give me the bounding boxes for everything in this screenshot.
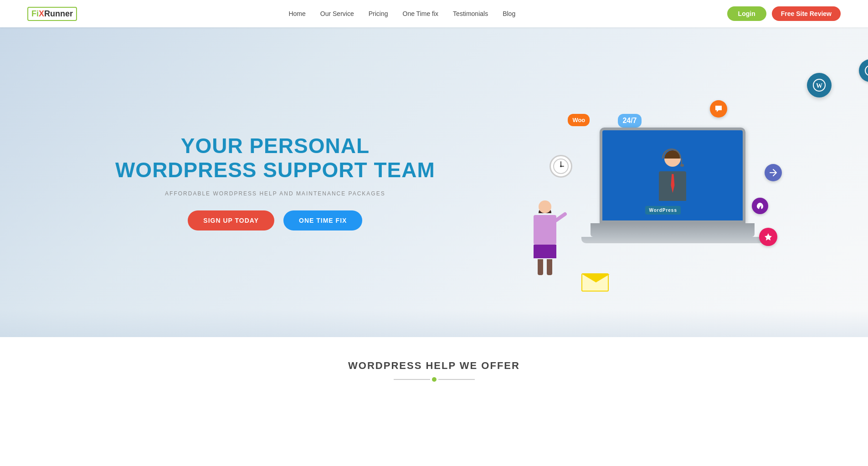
nav-item-testimonials[interactable]: Testimonials [453,10,488,18]
nav-item-home[interactable]: Home [288,10,305,18]
one-time-fix-button[interactable]: ONE TIME FIX [283,210,362,230]
hero-title-line2: WORDPRESS SUPPORT TEAM [115,158,435,182]
bottom-title: WORDPRESS HELP WE OFFER [0,360,868,372]
nav-link-pricing[interactable]: Pricing [369,10,388,17]
nav-item-pricing[interactable]: Pricing [369,10,388,18]
hero-section: YOUR PERSONAL WORDPRESS SUPPORT TEAM AFF… [0,27,868,337]
badge-woo: Woo [568,114,590,126]
leaf-icon [752,198,768,214]
divider-dot [432,377,437,382]
nav-item-one-time-fix[interactable]: One Time fix [403,10,439,18]
nav-link-home[interactable]: Home [288,10,305,17]
laptop: Woo 24/7 [591,128,755,255]
nav-links: Home Our Service Pricing One Time fix Te… [288,10,515,18]
logo[interactable]: FiXRunner [27,7,77,21]
bottom-divider [0,377,868,382]
clock-icon [550,155,572,178]
svg-text:W: W [816,82,822,89]
signup-today-button[interactable]: SIGN UP TODAY [188,210,274,230]
chat-icon [710,100,727,118]
laptop-base [581,237,764,243]
arrow-icon [765,164,782,181]
envelope-icon [581,273,609,292]
nav-link-blog[interactable]: Blog [503,10,515,17]
wordpress-badge: WordPress [645,206,681,215]
wordpress-icon: W [859,59,868,82]
nav-link-our-service[interactable]: Our Service [320,10,354,17]
laptop-keyboard [591,223,755,237]
badge-247: 24/7 [618,114,641,128]
logo-fix: Fi [31,9,39,18]
nav-actions: Login Free Site Review [727,6,841,21]
nav-link-one-time-fix[interactable]: One Time fix [403,10,439,17]
wp-circle-icon: W [807,73,832,97]
bottom-section: WORDPRESS HELP WE OFFER [0,337,868,395]
hero-illustration: W Woo 24/7 [478,46,868,319]
person-standing-illustration [527,200,563,282]
login-button[interactable]: Login [727,6,766,21]
nav-item-our-service[interactable]: Our Service [320,10,354,18]
support-agent-illustration: WordPress [659,150,686,201]
divider-line-right [438,379,475,380]
laptop-screen: WordPress [600,128,745,223]
logo-runner: Runner [44,9,73,18]
logo-x: X [39,9,44,18]
svg-point-6 [560,165,562,167]
navbar: FiXRunner Home Our Service Pricing One T… [0,0,868,27]
star-icon [759,228,777,246]
divider-line-left [394,379,430,380]
hero-buttons: SIGN UP TODAY ONE TIME FIX [91,210,459,230]
hero-title-line1: YOUR PERSONAL [181,134,370,158]
hero-subtitle: AFFORDABLE WORDPRESS HELP AND MAINTENANC… [91,190,459,197]
logo-text: FiXRunner [27,7,77,21]
nav-link-testimonials[interactable]: Testimonials [453,10,488,17]
hero-title: YOUR PERSONAL WORDPRESS SUPPORT TEAM [91,134,459,182]
hero-content: YOUR PERSONAL WORDPRESS SUPPORT TEAM AFF… [0,134,478,230]
nav-item-blog[interactable]: Blog [503,10,515,18]
free-site-review-button[interactable]: Free Site Review [772,6,841,21]
